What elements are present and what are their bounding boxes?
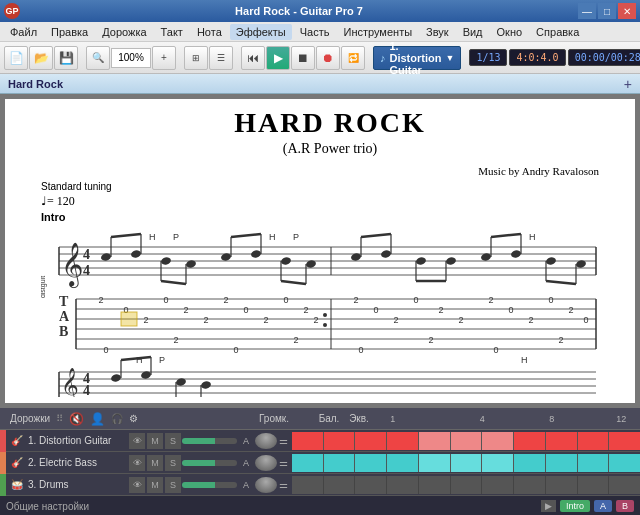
- beat-2-10[interactable]: [578, 454, 610, 472]
- layout-button[interactable]: ⊞: [184, 46, 208, 70]
- menu-bar-item[interactable]: Такт: [155, 24, 189, 40]
- pan-knob-1[interactable]: [255, 433, 277, 449]
- svg-point-69: [323, 313, 327, 317]
- eq-icon-3[interactable]: ⚌: [279, 479, 288, 490]
- zoom-input[interactable]: [111, 48, 151, 68]
- save-button[interactable]: 💾: [54, 46, 78, 70]
- tab-close-button[interactable]: +: [624, 76, 632, 92]
- zoom-out-button[interactable]: 🔍: [86, 46, 110, 70]
- beat-1-3[interactable]: [355, 432, 387, 450]
- beat-1-5[interactable]: [419, 432, 451, 450]
- track-solo-button-2[interactable]: S: [165, 455, 181, 471]
- title-bar-controls: — □ ✕: [578, 3, 636, 19]
- menu-edit[interactable]: Правка: [45, 24, 94, 40]
- beat-3-7[interactable]: [482, 476, 514, 494]
- rewind-button[interactable]: ⏮: [241, 46, 265, 70]
- beat-1-7[interactable]: [482, 432, 514, 450]
- track-selector-label: 1. Distortion Guitar: [390, 40, 442, 76]
- open-button[interactable]: 📂: [29, 46, 53, 70]
- pan-knob-3[interactable]: [255, 477, 277, 493]
- svg-text:P: P: [159, 355, 165, 365]
- mute-all-button[interactable]: 🔇: [69, 412, 84, 426]
- close-button[interactable]: ✕: [618, 3, 636, 19]
- beat-3-4[interactable]: [387, 476, 419, 494]
- menu-help[interactable]: Справка: [530, 24, 585, 40]
- beat-3-11[interactable]: [609, 476, 640, 494]
- record-button[interactable]: ⏺: [316, 46, 340, 70]
- svg-text:2: 2: [568, 305, 573, 315]
- zoom-in-button[interactable]: +: [152, 46, 176, 70]
- beat-2-1[interactable]: [292, 454, 324, 472]
- beat-1-2[interactable]: [324, 432, 356, 450]
- beat-3-3[interactable]: [355, 476, 387, 494]
- beat-2-5[interactable]: [419, 454, 451, 472]
- beat-1-11[interactable]: [609, 432, 640, 450]
- menu-sound[interactable]: Звук: [420, 24, 455, 40]
- beat-2-11[interactable]: [609, 454, 640, 472]
- track-eye-button-3[interactable]: 👁: [129, 477, 145, 493]
- settings-all-button[interactable]: ⚙: [129, 413, 138, 424]
- multitrack-button[interactable]: ☰: [209, 46, 233, 70]
- menu-file[interactable]: Файл: [4, 24, 43, 40]
- beat-1-10[interactable]: [578, 432, 610, 450]
- menu-part[interactable]: Часть: [294, 24, 336, 40]
- eq-icon-2[interactable]: ⚌: [279, 457, 288, 468]
- beat-2-2[interactable]: [324, 454, 356, 472]
- svg-point-51: [545, 256, 556, 265]
- beat-3-8[interactable]: [514, 476, 546, 494]
- play-from-button[interactable]: ▶: [541, 500, 556, 512]
- pan-knob-2[interactable]: [255, 455, 277, 471]
- svg-line-50: [491, 234, 521, 237]
- headphones-button[interactable]: 🎧: [111, 413, 123, 424]
- maximize-button[interactable]: □: [598, 3, 616, 19]
- svg-text:4: 4: [83, 263, 90, 278]
- new-button[interactable]: 📄: [4, 46, 28, 70]
- track-solo-button-3[interactable]: S: [165, 477, 181, 493]
- beat-3-6[interactable]: [451, 476, 483, 494]
- volume-slider-2[interactable]: [182, 460, 237, 466]
- svg-text:P: P: [173, 232, 179, 242]
- beat-2-9[interactable]: [546, 454, 578, 472]
- tab-title: Hard Rock: [8, 78, 63, 90]
- track-name-2: 2. Electric Bass: [28, 457, 128, 468]
- beat-3-1[interactable]: [292, 476, 324, 494]
- beat-1-1[interactable]: [292, 432, 324, 450]
- score-composer: Music by Andry Ravaloson: [41, 165, 619, 177]
- menu-note[interactable]: Нота: [191, 24, 228, 40]
- track-solo-button-1[interactable]: S: [165, 433, 181, 449]
- svg-text:0: 0: [243, 305, 248, 315]
- menu-instruments[interactable]: Инструменты: [337, 24, 418, 40]
- beat-1-4[interactable]: [387, 432, 419, 450]
- beat-3-5[interactable]: [419, 476, 451, 494]
- menu-track[interactable]: Дорожка: [96, 24, 152, 40]
- stop-button[interactable]: ⏹: [291, 46, 315, 70]
- play-button[interactable]: ▶: [266, 46, 290, 70]
- track-mute-button-3[interactable]: M: [147, 477, 163, 493]
- menu-effects[interactable]: Эффекты: [230, 24, 292, 40]
- menu-window[interactable]: Окно: [491, 24, 529, 40]
- solo-all-button[interactable]: 👤: [90, 412, 105, 426]
- beat-1-6[interactable]: [451, 432, 483, 450]
- menu-view[interactable]: Вид: [457, 24, 489, 40]
- loop-button[interactable]: 🔁: [341, 46, 365, 70]
- track-eye-button-1[interactable]: 👁: [129, 433, 145, 449]
- beat-3-2[interactable]: [324, 476, 356, 494]
- track-mute-button-1[interactable]: M: [147, 433, 163, 449]
- tracks-drag-handle[interactable]: ⠿: [56, 413, 63, 424]
- beat-2-3[interactable]: [355, 454, 387, 472]
- track-selector[interactable]: ♪ 1. Distortion Guitar ▼: [373, 46, 461, 70]
- eq-icon-1[interactable]: ⚌: [279, 435, 288, 446]
- beat-2-7[interactable]: [482, 454, 514, 472]
- beat-2-8[interactable]: [514, 454, 546, 472]
- volume-slider-1[interactable]: [182, 438, 237, 444]
- track-mute-button-2[interactable]: M: [147, 455, 163, 471]
- volume-slider-3[interactable]: [182, 482, 237, 488]
- beat-2-4[interactable]: [387, 454, 419, 472]
- minimize-button[interactable]: —: [578, 3, 596, 19]
- track-eye-button-2[interactable]: 👁: [129, 455, 145, 471]
- beat-3-10[interactable]: [578, 476, 610, 494]
- beat-3-9[interactable]: [546, 476, 578, 494]
- beat-1-8[interactable]: [514, 432, 546, 450]
- beat-1-9[interactable]: [546, 432, 578, 450]
- beat-2-6[interactable]: [451, 454, 483, 472]
